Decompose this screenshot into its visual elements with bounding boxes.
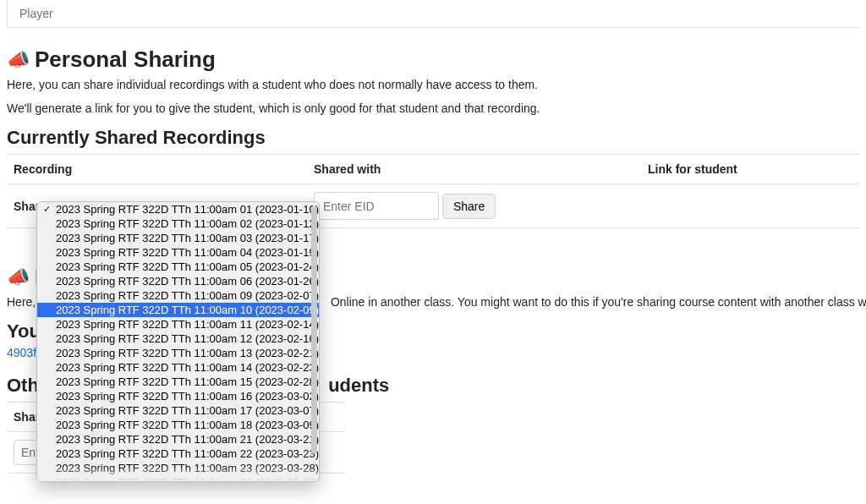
dropdown-option[interactable]: 2023 Spring RTF 322D TTh 11:00am 17 (202… [37,403,319,418]
currently-shared-heading: Currently Shared Recordings [7,127,859,149]
tab-player[interactable]: Player [8,0,65,27]
dropdown-option[interactable]: 2023 Spring RTF 322D TTh 11:00am 11 (202… [37,317,319,331]
dropdown-option[interactable]: 2023 Spring RTF 322D TTh 11:00am 04 (202… [37,245,319,260]
dropdown-option[interactable]: 2023 Spring RTF 322D TTh 11:00am 03 (202… [37,231,319,245]
dropdown-option[interactable]: 2023 Spring RTF 322D TTh 11:00am 23 (202… [37,461,319,475]
dropdown-option[interactable]: 2023 Spring RTF 322D TTh 11:00am 18 (202… [37,418,319,432]
personal-sharing-desc2: We'll generate a link for you to give th… [7,101,859,115]
dropdown-option[interactable]: 2023 Spring RTF 322D TTh 11:00am 16 (202… [37,389,319,403]
dropdown-option[interactable]: 2023 Spring RTF 322D TTh 11:00am 22 (202… [37,446,319,461]
col-shared-with: Shared with [307,155,641,184]
tab-bar: Player [7,0,859,28]
dropdown-option[interactable]: 2023 Spring RTF 322D TTh 11:00am 06 (202… [37,274,319,288]
dropdown-option[interactable]: 2023 Spring RTF 322D TTh 11:00am 01 (202… [37,202,319,216]
megaphone-icon: 📣 [7,51,30,69]
dropdown-option[interactable]: 2023 Spring RTF 322D TTh 11:00am 02 (202… [37,216,319,231]
eid-input[interactable] [314,192,439,220]
dropdown-option[interactable]: 2023 Spring RTF 322D TTh 11:00am 12 (202… [37,331,319,346]
dropdown-option[interactable]: 2023 Spring RTF 322D TTh 11:00am 09 (202… [37,288,319,303]
recording-select-dropdown[interactable]: 2023 Spring RTF 322D TTh 11:00am 01 (202… [36,201,320,482]
col-recording: Recording [7,155,307,184]
dropdown-option[interactable]: 2023 Spring RTF 322D TTh 11:00am 21 (202… [37,432,319,446]
megaphone-icon: 📣 [7,268,30,287]
personal-sharing-heading: 📣 Personal Sharing [7,47,859,73]
dropdown-option[interactable]: 2023 Spring RTF 322D TTh 11:00am 10 (202… [37,303,319,317]
dropdown-option[interactable]: 2023 Spring RTF 322D TTh 11:00am 05 (202… [37,260,319,274]
personal-sharing-title: Personal Sharing [35,47,216,73]
dropdown-option[interactable]: 2023 Spring RTF 322D TTh 11:00am 15 (202… [37,375,319,389]
personal-sharing-desc1: Here, you can share individual recording… [7,78,859,91]
dropdown-option[interactable]: 2023 Spring RTF 322D TTh 11:00am 13 (202… [37,346,319,360]
col-link: Link for student [641,155,859,184]
dropdown-scrollbar[interactable] [311,205,317,454]
share-button[interactable]: Share [442,194,496,219]
dropdown-option[interactable]: 2023 Spring RTF 322D TTh 11:00am 24 (202… [37,475,319,482]
dropdown-option[interactable]: 2023 Spring RTF 322D TTh 11:00am 14 (202… [37,360,319,375]
